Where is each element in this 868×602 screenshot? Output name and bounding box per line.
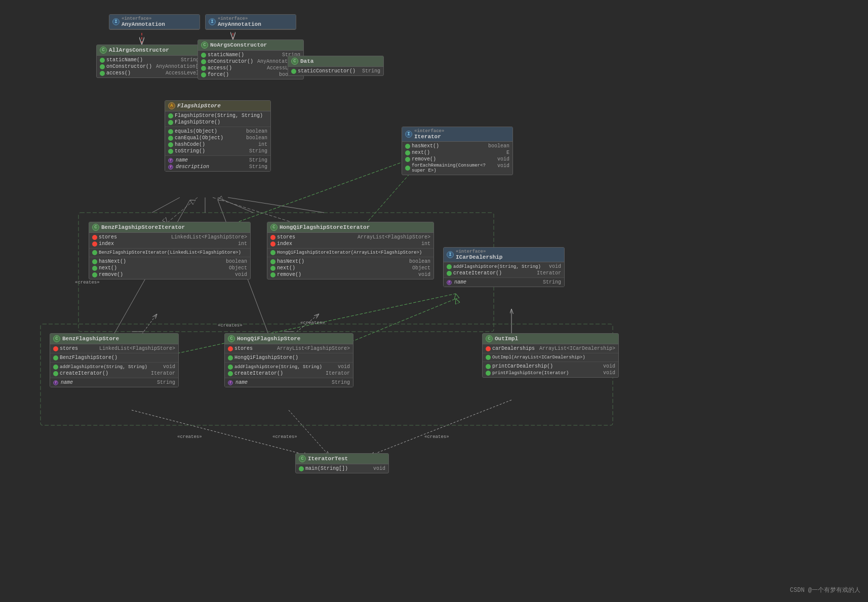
svg-text:«creates»: «creates» (424, 434, 449, 439)
box-section: HongQiFlagshipStoreIterator(ArrayList<Fl… (267, 249, 433, 257)
box-flagshipstore: A FlagshipStore FlagshipStore(String, St… (165, 100, 271, 172)
box-section: addFlagshipStore(String, String) void cr… (50, 363, 178, 378)
class-icon: C (100, 47, 107, 54)
svg-text:«creates»: «creates» (272, 434, 297, 439)
interface-icon: I (447, 251, 454, 258)
box-row: FlagshipStore() (165, 119, 270, 126)
box-iteratortest: C IteratorTest main(String[]) void (295, 453, 389, 473)
class-icon: C (270, 224, 278, 231)
svg-line-32 (218, 197, 253, 213)
class-icon: C (228, 335, 235, 342)
box-section: hasNext() boolean next() Object remove()… (89, 257, 250, 279)
box-header: C IteratorTest (296, 454, 388, 464)
box-section: hasNext() boolean next() E remove() void… (402, 142, 512, 175)
box-header: I «interface»AnyAnnotation (109, 15, 200, 29)
box-section: staticName() String onConstructor() AnyA… (97, 56, 202, 77)
box-hongqiflagshipstoreiterator: C HongQiFlagshipStoreIterator stores Arr… (267, 222, 434, 279)
svg-text:«creates»: «creates» (300, 320, 325, 326)
box-header: C BenzFlagshipStoreIterator (89, 222, 250, 233)
box-section: equals(Object) boolean canEqual(Object) … (165, 127, 270, 156)
box-benzflagshipstore: C BenzFlagshipStore stores LinkedList<Fl… (50, 333, 179, 387)
interface-icon: I (405, 131, 412, 138)
class-icon: C (201, 42, 208, 49)
svg-line-19 (132, 410, 309, 456)
box-row: main(String[]) void (296, 465, 388, 472)
box-row: carDealerships ArrayList<ICarDealership> (483, 345, 618, 352)
box-section: stores ArrayList<FlagshipStore> (225, 344, 353, 353)
box-icardealership: I «interface»ICarDealership addFlagshipS… (443, 247, 565, 287)
svg-text:«creates»: «creates» (75, 280, 100, 285)
box-allargsconstructor-header: C AllArgsConstructor (97, 45, 202, 56)
box-row: forEachRemaining(Consumer<? super E>) vo… (402, 163, 512, 174)
box-section: addFlagshipStore(String, String) void cr… (444, 262, 564, 278)
box-row: fdescription String (165, 164, 270, 170)
box-row: fname String (225, 379, 353, 386)
class-icon: C (291, 58, 298, 65)
box-row: stores ArrayList<FlagshipStore> (267, 234, 433, 240)
box-section: stores LinkedList<FlagshipStore> index i… (89, 233, 250, 249)
box-row: remove() void (267, 271, 433, 278)
box-row: stores ArrayList<FlagshipStore> (225, 345, 353, 352)
diagram-canvas: «creates» «creates» «creates» «creates» … (0, 0, 868, 602)
box-row: next() Object (89, 265, 250, 271)
box-row: access() AccessLevel (97, 70, 202, 76)
svg-line-17 (294, 314, 319, 334)
box-row: remove() void (89, 271, 250, 278)
svg-text:«creates»: «creates» (218, 323, 243, 328)
abstract-icon: A (168, 102, 175, 109)
box-allargsconstructor: C AllArgsConstructor staticName() String… (96, 45, 203, 78)
class-icon: C (92, 224, 99, 231)
box-section: addFlagshipStore(String, String) void cr… (225, 363, 353, 378)
svg-line-33 (228, 197, 324, 213)
box-row: stores LinkedList<FlagshipStore> (89, 234, 250, 240)
box-row: stores LinkedList<FlagshipStore> (50, 345, 178, 352)
box-section: BenzFlagshipStoreIterator(LinkedList<Fla… (89, 249, 250, 257)
box-row: onConstructor() AnyAnnotation[] (97, 63, 202, 70)
box-header: C NoArgsConstructor (198, 40, 303, 51)
box-header: I «interface»ICarDealership (444, 248, 564, 262)
svg-line-20 (289, 410, 329, 456)
box-row: next() E (402, 149, 512, 156)
svg-text:«creates»: «creates» (177, 434, 202, 439)
box-iterator: I «interface»Iterator hasNext() boolean … (402, 127, 513, 175)
box-row: hasNext() boolean (89, 258, 250, 265)
svg-line-9 (213, 197, 294, 223)
box-row: FlagshipStore(String, String) (165, 112, 270, 119)
box-section: BenzFlagshipStore() (50, 353, 178, 363)
box-header: I «interface»Iterator (402, 127, 512, 142)
box-header: C BenzFlagshipStore (50, 334, 178, 344)
box-section: fname String (444, 278, 564, 287)
class-icon: C (299, 455, 306, 462)
box-row: index int (89, 240, 250, 247)
box-section: fname String fdescription String (165, 156, 270, 171)
vis-icon (100, 64, 105, 69)
box-anyannotation1: I «interface»AnyAnnotation (109, 14, 200, 30)
box-row: hasNext() boolean (402, 143, 512, 149)
box-row: next() Object (267, 265, 433, 271)
box-benzflagshipstoreiterator: C BenzFlagshipStoreIterator stores Linke… (89, 222, 251, 279)
svg-line-18 (370, 400, 511, 456)
box-header: C HongQiFlagshipStoreIterator (267, 222, 433, 233)
box-row: printFlagshipStore(Iterator) void (483, 370, 618, 376)
box-section: HongQiFlagshipStore() (225, 353, 353, 363)
box-anyannotation2: I «interface»AnyAnnotation (205, 14, 296, 30)
box-hongqiflagshipstore: C HongQiFlagshipStore stores ArrayList<F… (224, 333, 353, 387)
box-header: I «interface»AnyAnnotation (206, 15, 296, 29)
box-section: printCarDealership() void printFlagshipS… (483, 362, 618, 377)
box-row: createIterator() Iterator (50, 370, 178, 377)
box-row: createIterator() Iterator (444, 270, 564, 276)
box-row: BenzFlagshipStore() (50, 354, 178, 361)
box-row: equals(Object) boolean (165, 128, 270, 135)
box-row: OutImpl(ArrayList<ICarDealership>) (483, 354, 618, 360)
box-section: carDealerships ArrayList<ICarDealership> (483, 344, 618, 353)
vis-icon (100, 58, 105, 63)
box-section: staticConstructor() String (288, 67, 383, 75)
vis-icon (100, 71, 105, 76)
box-row: addFlagshipStore(String, String) void (50, 364, 178, 370)
box-row: addFlagshipStore(String, String) void (444, 263, 564, 270)
box-row: remove() void (402, 156, 512, 163)
box-row: fname String (444, 279, 564, 286)
box-row: toString() String (165, 148, 270, 154)
box-header: C OutImpl (483, 334, 618, 344)
box-row: addFlagshipStore(String, String) void (225, 364, 353, 370)
